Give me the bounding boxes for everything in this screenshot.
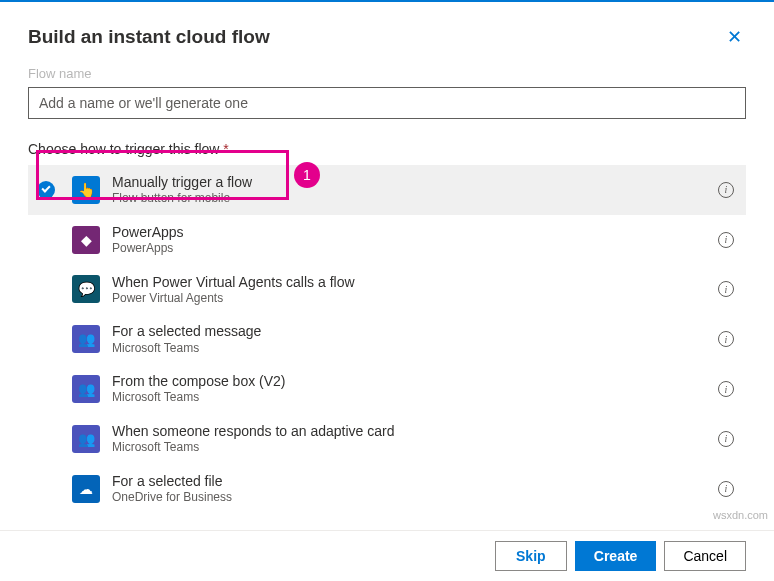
flow-name-input[interactable]: [28, 87, 746, 119]
info-icon[interactable]: i: [718, 381, 734, 397]
skip-button[interactable]: Skip: [495, 541, 567, 571]
close-icon[interactable]: ✕: [723, 22, 746, 52]
trigger-app-icon: 👥: [72, 325, 100, 353]
trigger-subtitle: PowerApps: [112, 241, 706, 257]
info-icon[interactable]: i: [718, 331, 734, 347]
trigger-row[interactable]: ◆PowerAppsPowerAppsi: [28, 215, 746, 265]
info-icon[interactable]: i: [718, 182, 734, 198]
trigger-subtitle: Microsoft Teams: [112, 341, 706, 357]
trigger-title: From the compose box (V2): [112, 372, 706, 390]
dialog-footer: Skip Create Cancel: [0, 530, 774, 581]
trigger-app-icon: 💬: [72, 275, 100, 303]
trigger-row[interactable]: 👥For a selected messageMicrosoft Teamsi: [28, 314, 746, 364]
trigger-title: For a selected file: [112, 472, 706, 490]
trigger-section-label: Choose how to trigger this flow *: [28, 141, 746, 157]
watermark: wsxdn.com: [713, 509, 768, 521]
trigger-app-icon: 👥: [72, 375, 100, 403]
trigger-app-icon: ◆: [72, 226, 100, 254]
dialog-title: Build an instant cloud flow: [28, 26, 270, 48]
trigger-title: When someone responds to an adaptive car…: [112, 422, 706, 440]
trigger-row[interactable]: 👥When someone responds to an adaptive ca…: [28, 414, 746, 464]
trigger-row[interactable]: ☁For a selected fileOneDrive for Busines…: [28, 464, 746, 514]
trigger-subtitle: Microsoft Teams: [112, 390, 706, 406]
trigger-app-icon: 👆: [72, 176, 100, 204]
trigger-subtitle: OneDrive for Business: [112, 490, 706, 506]
trigger-app-icon: ☁: [72, 475, 100, 503]
trigger-row[interactable]: 👆Manually trigger a flowFlow button for …: [28, 165, 746, 215]
info-icon[interactable]: i: [718, 281, 734, 297]
trigger-app-icon: 👥: [72, 425, 100, 453]
trigger-title: Manually trigger a flow: [112, 173, 706, 191]
trigger-title: For a selected message: [112, 322, 706, 340]
trigger-title: When Power Virtual Agents calls a flow: [112, 273, 706, 291]
trigger-row[interactable]: 💬When Power Virtual Agents calls a flowP…: [28, 265, 746, 315]
cancel-button[interactable]: Cancel: [664, 541, 746, 571]
info-icon[interactable]: i: [718, 481, 734, 497]
info-icon[interactable]: i: [718, 431, 734, 447]
trigger-radio[interactable]: [37, 181, 55, 199]
trigger-list: 👆Manually trigger a flowFlow button for …: [28, 165, 746, 513]
info-icon[interactable]: i: [718, 232, 734, 248]
create-button[interactable]: Create: [575, 541, 657, 571]
trigger-subtitle: Power Virtual Agents: [112, 291, 706, 307]
trigger-title: PowerApps: [112, 223, 706, 241]
trigger-subtitle: Microsoft Teams: [112, 440, 706, 456]
trigger-row[interactable]: 👥From the compose box (V2)Microsoft Team…: [28, 364, 746, 414]
trigger-subtitle: Flow button for mobile: [112, 191, 706, 207]
flow-name-label: Flow name: [28, 66, 746, 81]
